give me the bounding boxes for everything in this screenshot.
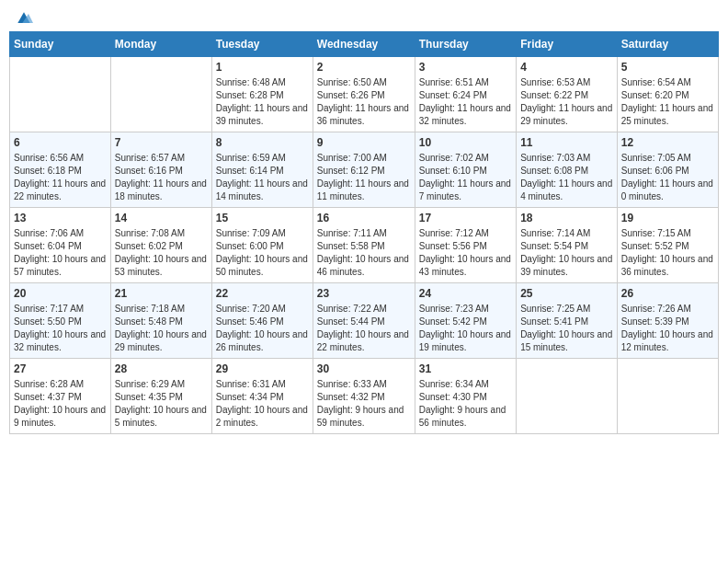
day-number: 26 [621, 287, 714, 300]
weekday-header-thursday: Thursday [415, 32, 516, 57]
day-number: 9 [317, 136, 411, 149]
day-number: 5 [621, 61, 714, 74]
day-number: 30 [317, 362, 411, 375]
day-info: Sunrise: 6:53 AM Sunset: 6:22 PM Dayligh… [520, 76, 613, 128]
day-info: Sunrise: 7:05 AM Sunset: 6:06 PM Dayligh… [621, 152, 714, 203]
day-info: Sunrise: 6:50 AM Sunset: 6:26 PM Dayligh… [317, 76, 411, 128]
day-number: 18 [520, 212, 613, 224]
day-number: 31 [419, 362, 512, 375]
day-info: Sunrise: 6:31 AM Sunset: 4:34 PM Dayligh… [216, 378, 309, 430]
logo-icon [15, 9, 33, 28]
logo [13, 9, 33, 24]
day-number: 14 [115, 212, 208, 224]
weekday-header-tuesday: Tuesday [211, 32, 313, 57]
calendar-cell: 8Sunrise: 6:59 AM Sunset: 6:14 PM Daylig… [211, 132, 313, 208]
day-number: 20 [14, 287, 107, 300]
calendar-cell: 24Sunrise: 7:23 AM Sunset: 5:42 PM Dayli… [415, 283, 516, 359]
calendar-cell: 16Sunrise: 7:11 AM Sunset: 5:58 PM Dayli… [313, 208, 415, 283]
day-number: 13 [14, 212, 107, 224]
calendar-cell: 12Sunrise: 7:05 AM Sunset: 6:06 PM Dayli… [617, 132, 718, 208]
calendar-cell: 15Sunrise: 7:09 AM Sunset: 6:00 PM Dayli… [211, 208, 313, 283]
calendar-cell: 18Sunrise: 7:14 AM Sunset: 5:54 PM Dayli… [517, 208, 618, 283]
day-info: Sunrise: 7:18 AM Sunset: 5:48 PM Dayligh… [115, 303, 208, 354]
calendar-cell: 11Sunrise: 7:03 AM Sunset: 6:08 PM Dayli… [517, 132, 618, 208]
day-info: Sunrise: 7:17 AM Sunset: 5:50 PM Dayligh… [14, 303, 107, 354]
calendar-cell: 31Sunrise: 6:34 AM Sunset: 4:30 PM Dayli… [415, 359, 516, 434]
day-number: 12 [621, 136, 714, 149]
day-number: 4 [520, 61, 613, 74]
day-info: Sunrise: 7:09 AM Sunset: 6:00 PM Dayligh… [216, 227, 309, 279]
day-info: Sunrise: 7:22 AM Sunset: 5:44 PM Dayligh… [317, 303, 411, 354]
day-info: Sunrise: 6:33 AM Sunset: 4:32 PM Dayligh… [317, 378, 411, 430]
day-number: 25 [520, 287, 613, 300]
day-number: 7 [115, 136, 208, 149]
calendar-cell [10, 57, 111, 132]
calendar-cell: 9Sunrise: 7:00 AM Sunset: 6:12 PM Daylig… [313, 132, 415, 208]
day-number: 19 [621, 212, 714, 224]
day-number: 10 [419, 136, 512, 149]
calendar-cell: 19Sunrise: 7:15 AM Sunset: 5:52 PM Dayli… [617, 208, 718, 283]
day-info: Sunrise: 7:23 AM Sunset: 5:42 PM Dayligh… [419, 303, 512, 354]
weekday-header-monday: Monday [110, 32, 211, 57]
page-header [9, 9, 719, 24]
day-number: 11 [520, 136, 613, 149]
calendar-cell: 26Sunrise: 7:26 AM Sunset: 5:39 PM Dayli… [617, 283, 718, 359]
day-info: Sunrise: 7:00 AM Sunset: 6:12 PM Dayligh… [317, 152, 411, 203]
calendar-table: SundayMondayTuesdayWednesdayThursdayFrid… [9, 31, 719, 434]
calendar-cell [517, 359, 618, 434]
day-info: Sunrise: 7:02 AM Sunset: 6:10 PM Dayligh… [419, 152, 512, 203]
day-info: Sunrise: 6:51 AM Sunset: 6:24 PM Dayligh… [419, 76, 512, 128]
day-info: Sunrise: 7:03 AM Sunset: 6:08 PM Dayligh… [520, 152, 613, 203]
calendar-cell [110, 57, 211, 132]
day-number: 6 [14, 136, 107, 149]
calendar-cell: 3Sunrise: 6:51 AM Sunset: 6:24 PM Daylig… [415, 57, 516, 132]
day-info: Sunrise: 7:15 AM Sunset: 5:52 PM Dayligh… [621, 227, 714, 279]
day-info: Sunrise: 7:20 AM Sunset: 5:46 PM Dayligh… [216, 303, 309, 354]
day-number: 3 [419, 61, 512, 74]
day-number: 27 [14, 362, 107, 375]
calendar-cell: 1Sunrise: 6:48 AM Sunset: 6:28 PM Daylig… [211, 57, 313, 132]
calendar-cell: 13Sunrise: 7:06 AM Sunset: 6:04 PM Dayli… [10, 208, 111, 283]
calendar-cell: 29Sunrise: 6:31 AM Sunset: 4:34 PM Dayli… [211, 359, 313, 434]
calendar-cell: 25Sunrise: 7:25 AM Sunset: 5:41 PM Dayli… [517, 283, 618, 359]
day-info: Sunrise: 6:54 AM Sunset: 6:20 PM Dayligh… [621, 76, 714, 128]
day-info: Sunrise: 7:25 AM Sunset: 5:41 PM Dayligh… [520, 303, 613, 354]
weekday-header-friday: Friday [517, 32, 618, 57]
day-info: Sunrise: 7:06 AM Sunset: 6:04 PM Dayligh… [14, 227, 107, 279]
day-info: Sunrise: 6:29 AM Sunset: 4:35 PM Dayligh… [115, 378, 208, 430]
calendar-cell: 4Sunrise: 6:53 AM Sunset: 6:22 PM Daylig… [517, 57, 618, 132]
day-number: 1 [216, 61, 309, 74]
day-info: Sunrise: 7:14 AM Sunset: 5:54 PM Dayligh… [520, 227, 613, 279]
day-number: 24 [419, 287, 512, 300]
calendar-cell: 30Sunrise: 6:33 AM Sunset: 4:32 PM Dayli… [313, 359, 415, 434]
day-info: Sunrise: 7:26 AM Sunset: 5:39 PM Dayligh… [621, 303, 714, 354]
calendar-cell: 17Sunrise: 7:12 AM Sunset: 5:56 PM Dayli… [415, 208, 516, 283]
day-number: 16 [317, 212, 411, 224]
day-number: 2 [317, 61, 411, 74]
day-number: 28 [115, 362, 208, 375]
day-info: Sunrise: 7:11 AM Sunset: 5:58 PM Dayligh… [317, 227, 411, 279]
day-info: Sunrise: 6:28 AM Sunset: 4:37 PM Dayligh… [14, 378, 107, 430]
calendar-cell: 22Sunrise: 7:20 AM Sunset: 5:46 PM Dayli… [211, 283, 313, 359]
day-number: 8 [216, 136, 309, 149]
day-number: 17 [419, 212, 512, 224]
day-info: Sunrise: 7:08 AM Sunset: 6:02 PM Dayligh… [115, 227, 208, 279]
calendar-cell: 5Sunrise: 6:54 AM Sunset: 6:20 PM Daylig… [617, 57, 718, 132]
day-number: 29 [216, 362, 309, 375]
calendar-cell: 20Sunrise: 7:17 AM Sunset: 5:50 PM Dayli… [10, 283, 111, 359]
weekday-header-saturday: Saturday [617, 32, 718, 57]
calendar-cell: 14Sunrise: 7:08 AM Sunset: 6:02 PM Dayli… [110, 208, 211, 283]
calendar-cell: 27Sunrise: 6:28 AM Sunset: 4:37 PM Dayli… [10, 359, 111, 434]
weekday-header-wednesday: Wednesday [313, 32, 415, 57]
calendar-cell: 6Sunrise: 6:56 AM Sunset: 6:18 PM Daylig… [10, 132, 111, 208]
calendar-cell: 28Sunrise: 6:29 AM Sunset: 4:35 PM Dayli… [110, 359, 211, 434]
day-number: 22 [216, 287, 309, 300]
calendar-cell: 21Sunrise: 7:18 AM Sunset: 5:48 PM Dayli… [110, 283, 211, 359]
calendar-cell: 23Sunrise: 7:22 AM Sunset: 5:44 PM Dayli… [313, 283, 415, 359]
calendar-cell: 2Sunrise: 6:50 AM Sunset: 6:26 PM Daylig… [313, 57, 415, 132]
day-number: 15 [216, 212, 309, 224]
calendar-cell [617, 359, 718, 434]
day-info: Sunrise: 6:57 AM Sunset: 6:16 PM Dayligh… [115, 152, 208, 203]
calendar-cell: 10Sunrise: 7:02 AM Sunset: 6:10 PM Dayli… [415, 132, 516, 208]
day-info: Sunrise: 6:34 AM Sunset: 4:30 PM Dayligh… [419, 378, 512, 430]
